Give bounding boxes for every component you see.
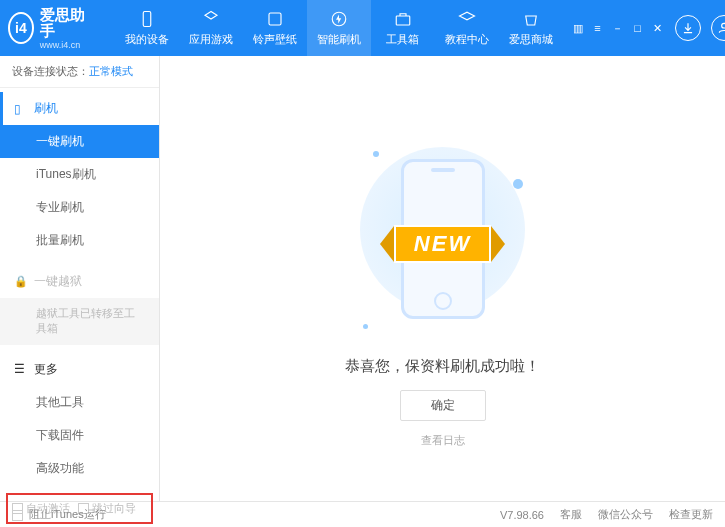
block-itunes-checkbox[interactable]: 阻止iTunes运行 — [12, 507, 106, 522]
window-controls: ▥ ≡ － □ ✕ — [571, 21, 665, 35]
view-log-link[interactable]: 查看日志 — [421, 433, 465, 448]
ringtone-icon — [265, 9, 285, 29]
close-icon[interactable]: ✕ — [651, 21, 665, 35]
sidebar-jailbreak-note: 越狱工具已转移至工具箱 — [0, 298, 159, 345]
download-button[interactable] — [675, 15, 701, 41]
list-icon: ☰ — [14, 362, 28, 376]
device-status: 设备连接状态：正常模式 — [0, 56, 159, 88]
success-illustration: NEW — [353, 139, 533, 339]
nav-apps[interactable]: 应用游戏 — [179, 0, 243, 56]
user-button[interactable] — [711, 15, 725, 41]
sidebar-more-header[interactable]: ☰更多 — [0, 353, 159, 386]
app-name: 爱思助手 — [40, 7, 87, 40]
footer-link-wechat[interactable]: 微信公众号 — [598, 507, 653, 522]
sidebar-item-othertools[interactable]: 其他工具 — [0, 386, 159, 419]
sidebar-flash-header[interactable]: ▯刷机 — [0, 92, 159, 125]
lock-icon: 🔒 — [14, 275, 28, 288]
toolbox-icon — [393, 9, 413, 29]
nav-toolbox[interactable]: 工具箱 — [371, 0, 435, 56]
svg-rect-0 — [143, 12, 151, 27]
status-mode: 正常模式 — [89, 65, 133, 77]
menu-icon[interactable]: ≡ — [591, 21, 605, 35]
minimize-icon[interactable]: － — [611, 21, 625, 35]
footer-link-support[interactable]: 客服 — [560, 507, 582, 522]
svg-rect-1 — [269, 13, 281, 25]
top-nav: 我的设备 应用游戏 铃声壁纸 智能刷机 工具箱 教程中心 爱思商城 — [115, 0, 563, 56]
app-header: i4 爱思助手 www.i4.cn 我的设备 应用游戏 铃声壁纸 智能刷机 工具… — [0, 0, 725, 56]
tutorial-icon — [457, 9, 477, 29]
sidebar-item-firmware[interactable]: 下载固件 — [0, 419, 159, 452]
new-ribbon: NEW — [353, 225, 533, 263]
nav-device[interactable]: 我的设备 — [115, 0, 179, 56]
logo-icon: i4 — [8, 12, 34, 44]
sidebar-jailbreak-header: 🔒一键越狱 — [0, 265, 159, 298]
header-right: ▥ ≡ － □ ✕ — [563, 15, 725, 41]
flash-icon — [329, 9, 349, 29]
success-message: 恭喜您，保资料刷机成功啦！ — [345, 357, 540, 376]
main-content: NEW 恭喜您，保资料刷机成功啦！ 确定 查看日志 — [160, 56, 725, 501]
sidebar-item-pro[interactable]: 专业刷机 — [0, 191, 159, 224]
sidebar-item-batch[interactable]: 批量刷机 — [0, 224, 159, 257]
nav-tutorial[interactable]: 教程中心 — [435, 0, 499, 56]
nav-ringtone[interactable]: 铃声壁纸 — [243, 0, 307, 56]
sidebar-item-advanced[interactable]: 高级功能 — [0, 452, 159, 485]
store-icon — [521, 9, 541, 29]
task-icon[interactable]: ▥ — [571, 21, 585, 35]
nav-store[interactable]: 爱思商城 — [499, 0, 563, 56]
maximize-icon[interactable]: □ — [631, 21, 645, 35]
sidebar-item-oneclick[interactable]: 一键刷机 — [0, 125, 159, 158]
svg-point-4 — [721, 23, 725, 28]
nav-flash[interactable]: 智能刷机 — [307, 0, 371, 56]
app-logo: i4 爱思助手 www.i4.cn — [8, 7, 87, 50]
sidebar-item-itunes[interactable]: iTunes刷机 — [0, 158, 159, 191]
sidebar: 设备连接状态：正常模式 ▯刷机 一键刷机 iTunes刷机 专业刷机 批量刷机 … — [0, 56, 160, 501]
device-icon — [137, 9, 157, 29]
version-label: V7.98.66 — [500, 509, 544, 521]
svg-rect-3 — [396, 16, 410, 25]
app-url: www.i4.cn — [40, 40, 87, 50]
apps-icon — [201, 9, 221, 29]
footer-link-update[interactable]: 检查更新 — [669, 507, 713, 522]
confirm-button[interactable]: 确定 — [400, 390, 486, 421]
phone-icon: ▯ — [14, 102, 28, 116]
